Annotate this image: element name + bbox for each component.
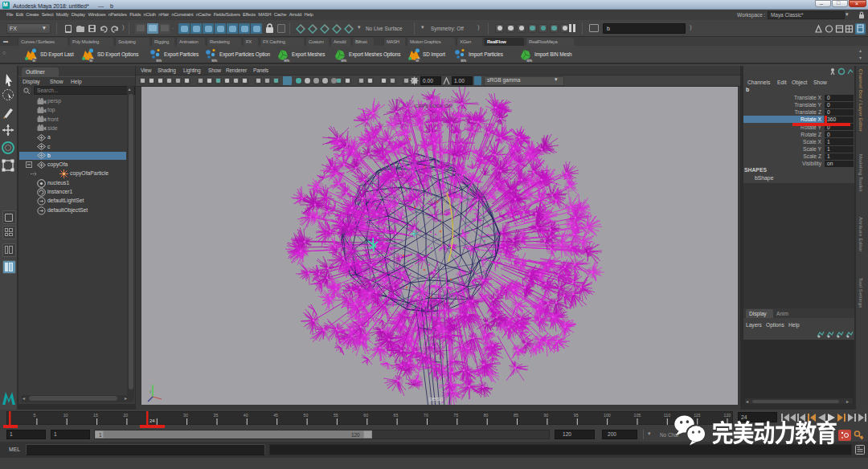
svg-text:115: 115 bbox=[694, 413, 700, 418]
svg-text:persp: persp bbox=[429, 396, 444, 402]
svg-text:105: 105 bbox=[634, 413, 641, 418]
svg-text:30: 30 bbox=[183, 413, 188, 418]
svg-text:M: M bbox=[90, 59, 92, 63]
svg-text:BIN: BIN bbox=[342, 59, 347, 63]
svg-text:y: y bbox=[149, 389, 152, 394]
svg-text:BIN: BIN bbox=[461, 59, 467, 63]
svg-text:20: 20 bbox=[123, 413, 128, 418]
svg-text:M: M bbox=[416, 59, 419, 63]
svg-text:24: 24 bbox=[149, 418, 155, 423]
svg-text:100: 100 bbox=[604, 413, 611, 418]
svg-text:55: 55 bbox=[334, 413, 338, 418]
svg-text:BIN: BIN bbox=[527, 59, 533, 63]
svg-text:BIN: BIN bbox=[285, 59, 290, 63]
svg-text:70: 70 bbox=[424, 413, 428, 418]
svg-text:45: 45 bbox=[273, 413, 278, 418]
svg-text:90: 90 bbox=[543, 413, 548, 418]
svg-text:M: M bbox=[33, 59, 35, 63]
svg-text:15: 15 bbox=[93, 413, 98, 418]
svg-text:10: 10 bbox=[63, 413, 68, 418]
svg-text:35: 35 bbox=[214, 413, 219, 418]
svg-text:BIN: BIN bbox=[157, 59, 162, 63]
svg-text:110: 110 bbox=[664, 413, 670, 418]
svg-text:120: 120 bbox=[724, 413, 731, 418]
svg-text:5: 5 bbox=[33, 413, 35, 418]
svg-text:75: 75 bbox=[453, 413, 458, 418]
svg-text:50: 50 bbox=[304, 413, 309, 418]
svg-text:60: 60 bbox=[363, 413, 368, 418]
svg-text:80: 80 bbox=[484, 413, 489, 418]
svg-text:CAPS LOCK ON: CAPS LOCK ON bbox=[415, 103, 452, 108]
svg-text:65: 65 bbox=[394, 413, 399, 418]
svg-text:BIN: BIN bbox=[212, 59, 218, 63]
svg-text:40: 40 bbox=[244, 413, 248, 418]
svg-text:95: 95 bbox=[574, 413, 579, 418]
svg-text:85: 85 bbox=[514, 413, 518, 418]
